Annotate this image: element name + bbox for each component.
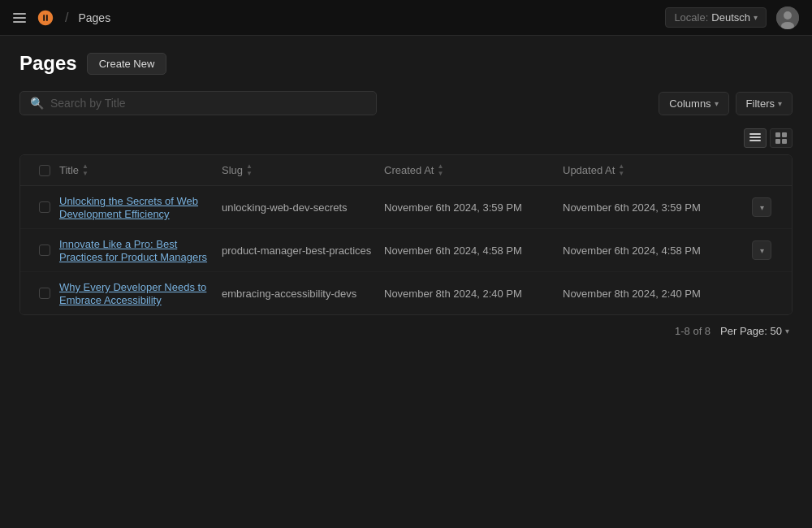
locale-selector[interactable]: Locale: Deutsch ▾ — [665, 7, 767, 28]
title-link[interactable]: Unlocking the Secrets of Web Development… — [59, 195, 198, 220]
filters-button[interactable]: Filters ▾ — [736, 92, 793, 115]
title-link[interactable]: Why Every Developer Needs to Embrace Acc… — [59, 281, 206, 306]
chevron-down-icon: ▾ — [754, 13, 758, 22]
table-row: Why Every Developer Needs to Embrace Acc… — [20, 272, 792, 314]
pagination: 1-8 of 8 Per Page: 50 ▾ — [19, 315, 793, 340]
row-checkbox[interactable] — [39, 201, 50, 213]
cell-slug: unlocking-web-dev-secrets — [222, 201, 384, 214]
columns-label: Columns — [669, 97, 710, 110]
row-expand-button[interactable]: ▾ — [752, 240, 771, 260]
pages-table: Title ▲ ▼ Slug ▲ ▼ Created At ▲ ▼ — [19, 154, 793, 315]
row-expand-button[interactable]: ▾ — [752, 197, 771, 217]
cell-updated-at: November 6th 2024, 3:59 PM — [563, 201, 741, 214]
locale-prefix: Locale: — [674, 11, 708, 24]
sort-down-icon: ▼ — [618, 171, 624, 177]
chevron-down-icon: ▾ — [778, 99, 782, 108]
table-row: Unlocking the Secrets of Web Development… — [20, 186, 792, 229]
cell-slug: product-manager-best-practices — [222, 245, 384, 257]
page-header: Pages Create New — [19, 52, 793, 75]
cell-created-at: November 8th 2024, 2:40 PM — [384, 288, 563, 300]
cell-updated-at: November 8th 2024, 2:40 PM — [563, 288, 741, 300]
col-updated-at-label: Updated At — [563, 164, 615, 176]
select-all-checkbox[interactable] — [39, 165, 50, 176]
cell-actions: ▾ — [741, 240, 782, 260]
grid-view-button[interactable] — [770, 128, 793, 148]
topbar-left: / Pages — [13, 8, 665, 28]
row-checkbox-cell — [30, 288, 59, 299]
sort-icons-title[interactable]: ▲ ▼ — [82, 163, 89, 177]
table-header-row: Title ▲ ▼ Slug ▲ ▼ Created At ▲ ▼ — [20, 155, 792, 186]
cell-created-at: November 6th 2024, 4:58 PM — [384, 245, 563, 257]
cell-title: Unlocking the Secrets of Web Development… — [59, 194, 222, 220]
sort-down-icon: ▼ — [437, 171, 443, 177]
svg-rect-3 — [749, 133, 761, 135]
cell-created-at: November 6th 2024, 3:59 PM — [384, 201, 563, 214]
select-all-checkbox-cell — [30, 165, 59, 176]
table-row: Innovate Like a Pro: Best Practices for … — [20, 229, 792, 272]
main-content: Pages Create New 🔍 Columns ▾ Filters ▾ — [0, 36, 812, 357]
cell-title: Why Every Developer Needs to Embrace Acc… — [59, 280, 222, 306]
sort-up-icon: ▲ — [82, 163, 89, 170]
col-title-label: Title — [59, 164, 79, 176]
search-icon: 🔍 — [30, 97, 44, 110]
svg-rect-6 — [775, 132, 780, 137]
cell-title: Innovate Like a Pro: Best Practices for … — [59, 237, 222, 263]
sort-down-icon: ▼ — [246, 171, 253, 177]
col-created-at-label: Created At — [384, 164, 434, 176]
per-page-label: Per Page: 50 — [720, 325, 782, 337]
svg-rect-7 — [782, 132, 787, 137]
breadcrumb-label: Pages — [78, 11, 110, 24]
table-body: Unlocking the Secrets of Web Development… — [20, 186, 792, 314]
title-link[interactable]: Innovate Like a Pro: Best Practices for … — [59, 238, 207, 263]
row-checkbox[interactable] — [39, 245, 50, 256]
topbar: / Pages Locale: Deutsch ▾ — [0, 0, 812, 36]
chevron-down-icon: ▾ — [785, 327, 789, 335]
sort-up-icon: ▲ — [618, 163, 624, 170]
per-page-selector[interactable]: Per Page: 50 ▾ — [720, 325, 789, 337]
sort-icons-slug[interactable]: ▲ ▼ — [246, 163, 253, 177]
view-toggle — [19, 128, 793, 148]
topbar-right: Locale: Deutsch ▾ — [665, 6, 799, 29]
row-checkbox-cell — [30, 201, 59, 213]
menu-icon[interactable] — [13, 10, 29, 26]
cell-actions: ▾ — [741, 197, 782, 217]
list-view-button[interactable] — [744, 128, 767, 148]
cell-slug: embracing-accessibility-devs — [222, 288, 384, 300]
search-input[interactable] — [50, 97, 366, 110]
search-toolbar: 🔍 Columns ▾ Filters ▾ — [19, 91, 793, 115]
col-slug-label: Slug — [222, 164, 243, 176]
sort-icons-created-at[interactable]: ▲ ▼ — [437, 163, 443, 177]
logo-icon — [36, 8, 55, 28]
sort-up-icon: ▲ — [246, 163, 253, 170]
col-header-title[interactable]: Title ▲ ▼ — [59, 163, 222, 177]
svg-point-1 — [784, 11, 792, 19]
col-header-slug[interactable]: Slug ▲ ▼ — [222, 163, 384, 177]
svg-rect-4 — [749, 136, 761, 138]
row-checkbox[interactable] — [39, 288, 50, 299]
chevron-down-icon: ▾ — [715, 99, 719, 108]
filters-label: Filters — [746, 97, 775, 110]
search-wrap: 🔍 — [19, 91, 377, 115]
row-checkbox-cell — [30, 245, 59, 256]
page-title: Pages — [19, 52, 77, 75]
create-new-button[interactable]: Create New — [87, 53, 167, 75]
toolbar-right: Columns ▾ Filters ▾ — [659, 92, 793, 115]
cell-updated-at: November 6th 2024, 4:58 PM — [563, 245, 741, 257]
pagination-range: 1-8 of 8 — [675, 325, 710, 337]
svg-rect-9 — [782, 139, 787, 144]
breadcrumb-separator: / — [65, 11, 68, 25]
svg-rect-5 — [749, 140, 761, 141]
sort-icons-updated-at[interactable]: ▲ ▼ — [618, 163, 624, 177]
svg-rect-8 — [775, 139, 780, 144]
avatar[interactable] — [776, 6, 799, 29]
col-header-updated-at[interactable]: Updated At ▲ ▼ — [563, 163, 741, 177]
columns-button[interactable]: Columns ▾ — [659, 92, 728, 115]
sort-up-icon: ▲ — [437, 163, 443, 170]
locale-value: Deutsch — [711, 11, 750, 24]
col-header-created-at[interactable]: Created At ▲ ▼ — [384, 163, 563, 177]
sort-down-icon: ▼ — [82, 171, 89, 177]
